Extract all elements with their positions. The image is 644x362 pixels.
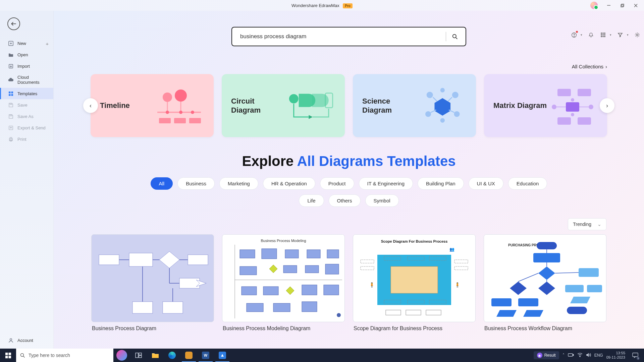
taskbar-result-pill[interactable]: ◉ Result [534,351,559,359]
svg-point-29 [601,35,602,36]
start-button[interactable] [0,349,16,362]
sort-select[interactable]: Trending ⌄ [568,218,606,230]
taskbar-notifications[interactable]: 9 [629,349,642,362]
sidebar-item-label: Print [17,137,26,142]
sidebar-item-new[interactable]: New + [0,38,53,49]
category-card-circuit[interactable]: Circuit Diagram [222,74,345,137]
sidebar-item-export-send[interactable]: Export & Send [0,122,53,133]
svg-point-30 [603,35,604,36]
filter-product[interactable]: Product [320,177,354,190]
filter-all[interactable]: All [151,177,173,190]
taskbar-app-edge[interactable] [164,349,180,362]
sidebar-item-templates[interactable]: Templates [0,88,53,99]
svg-rect-156 [5,356,8,358]
svg-text:🧍: 🧍 [369,282,375,288]
tray-wifi-icon[interactable] [577,353,583,358]
svg-rect-148 [567,307,587,314]
divider [446,32,446,41]
filter-icon[interactable] [617,32,624,38]
add-icon[interactable]: + [46,41,49,47]
carousel-next-button[interactable]: › [600,98,614,113]
titlebar: Wondershare EdrawMax Pro [0,0,644,11]
taskbar-app-word[interactable]: W [197,349,214,362]
all-collections-row: All Collections › [54,46,644,74]
svg-rect-130 [386,310,401,315]
category-title: Science Diagram [362,97,419,115]
filter-building-plan[interactable]: Building Plan [418,177,464,190]
template-thumbnail[interactable]: PURCHASING PROCESS [484,234,606,322]
tray-battery-icon[interactable] [568,353,574,358]
all-collections-link[interactable]: All Collections › [572,64,607,69]
grid-icon[interactable] [600,32,606,38]
back-button[interactable] [7,17,20,30]
user-avatar[interactable] [590,2,598,9]
filter-others[interactable]: Others [329,194,361,207]
sidebar-item-cloud-documents[interactable]: Cloud Documents [0,72,53,88]
tray-volume-icon[interactable] [586,353,591,358]
folder-icon [8,52,13,57]
svg-marker-147 [570,297,590,303]
svg-rect-20 [10,137,12,138]
taskbar-app-generic[interactable] [180,349,197,362]
taskbar-clock[interactable]: 13:55 09-11-2023 [606,351,625,359]
filter-ui-ux[interactable]: UI & UX [469,177,503,190]
search-input[interactable] [240,33,442,40]
svg-rect-161 [139,353,142,355]
template-thumbnail[interactable]: Business Process Modeling [222,234,345,322]
sidebar-item-save[interactable]: Save [0,99,53,111]
tray-lang[interactable]: ENG [594,353,603,358]
taskbar-search[interactable]: Type here to search [16,349,113,362]
window-close-button[interactable] [630,1,641,9]
svg-rect-162 [139,356,142,358]
sidebar-item-label: Open [17,52,28,57]
filter-marketing[interactable]: Marketing [219,177,258,190]
svg-point-36 [452,34,456,38]
svg-rect-95 [262,249,277,259]
svg-point-44 [179,111,182,114]
taskbar-app-news[interactable] [113,349,130,362]
window-maximize-button[interactable] [616,1,628,9]
svg-point-70 [571,98,574,102]
sidebar-item-account[interactable]: Account [0,335,53,346]
category-card-science[interactable]: Science Diagram [353,74,476,137]
filter-it-engineering[interactable]: IT & Engineering [359,177,413,190]
svg-rect-131 [406,310,421,315]
search-box[interactable] [231,27,466,46]
svg-rect-154 [5,353,8,355]
sidebar-item-import[interactable]: Import [0,60,53,72]
category-card-timeline[interactable]: Timeline [91,74,214,137]
svg-rect-102 [325,264,339,274]
svg-text:👥: 👥 [449,247,454,252]
help-icon[interactable] [571,32,577,38]
taskbar-app-taskview[interactable] [130,349,147,362]
settings-icon[interactable] [634,32,641,38]
filter-symbol[interactable]: Symbol [365,194,399,207]
template-thumbnail[interactable] [91,234,214,322]
taskbar-app-explorer[interactable] [147,349,164,362]
carousel-prev-button[interactable]: ‹ [83,98,98,113]
template-thumbnail[interactable]: Scope Diagram For Business Process 🧍🧍 👥 [353,234,476,322]
bell-icon[interactable] [588,32,594,38]
tray-chevron-up-icon[interactable]: ˄ [562,353,565,358]
svg-point-33 [603,36,604,37]
search-button[interactable] [450,32,460,41]
filter-life[interactable]: Life [299,194,324,207]
window-minimize-button[interactable] [603,1,614,9]
sidebar-item-open[interactable]: Open [0,49,53,60]
category-card-matrix[interactable]: Matrix Diagram [484,74,607,137]
svg-text:Business Process Modeling: Business Process Modeling [261,239,306,243]
filter-education[interactable]: Education [508,177,547,190]
sidebar-item-label: Cloud Documents [17,75,48,85]
taskbar-app-edrawmax[interactable] [214,349,231,362]
svg-rect-46 [159,118,171,123]
filter-hr-operation[interactable]: HR & Operation [263,177,315,190]
svg-point-28 [604,33,605,34]
svg-point-39 [163,93,172,102]
filter-business[interactable]: Business [177,177,215,190]
svg-point-167 [580,356,580,357]
svg-rect-160 [136,353,138,358]
svg-point-25 [574,36,574,36]
search-container [54,27,644,46]
sidebar-item-save-as[interactable]: Save As [0,111,53,122]
sidebar-item-print[interactable]: Print [0,133,53,145]
